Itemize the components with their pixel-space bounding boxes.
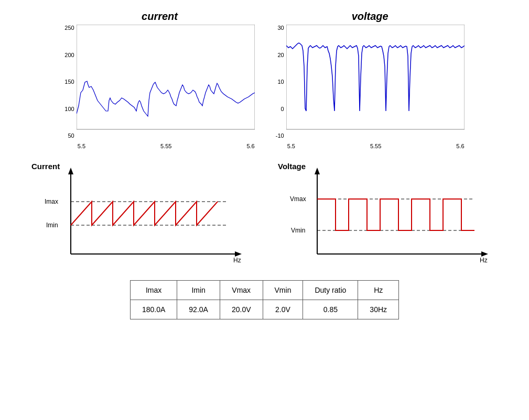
table-data-row: 180.0A 92.0A 20.0V 2.0V 0.85 30Hz (130, 300, 398, 319)
svg-marker-16 (481, 251, 488, 257)
current-svg (77, 25, 255, 140)
voltage-chart-wrapper: 30 20 10 0 -10 5.5 5.55 5.6 (276, 25, 465, 149)
voltage-chart-title: voltage (352, 10, 388, 23)
voltage-diagram-svg: Voltage Hz Vmax Vmin (275, 160, 501, 270)
value-duty-ratio: 0.85 (303, 300, 358, 319)
voltage-x-labels: 5.5 5.55 5.6 (286, 143, 465, 149)
current-chart-title: current (142, 10, 178, 23)
header-imin: Imin (177, 281, 220, 300)
svg-text:Vmax: Vmax (290, 195, 306, 203)
svg-marker-4 (68, 168, 73, 174)
value-imax: 180.0A (130, 300, 177, 319)
diagrams-row: Current Hz Imax Imin (16, 160, 513, 270)
svg-text:Current: Current (31, 162, 60, 171)
header-hz: Hz (358, 281, 399, 300)
voltage-diagram: Voltage Hz Vmax Vmin (275, 160, 501, 270)
voltage-chart-area: 5.5 5.55 5.6 (286, 25, 465, 149)
current-diagram: Current Hz Imax Imin (29, 160, 254, 270)
svg-text:Imin: Imin (46, 222, 58, 229)
svg-marker-14 (315, 168, 320, 174)
svg-marker-6 (235, 251, 242, 257)
current-chart-area: 5.5 5.55 5.6 (77, 25, 255, 149)
header-vmin: Vmin (263, 281, 303, 300)
header-vmax: Vmax (220, 281, 263, 300)
main-container: current 250 200 150 100 50 (0, 0, 529, 420)
current-diagram-svg: Current Hz Imax Imin (29, 160, 254, 270)
current-chart-container: current 250 200 150 100 50 (64, 10, 254, 149)
svg-text:Hz: Hz (233, 257, 241, 264)
svg-text:Vmin: Vmin (291, 227, 305, 234)
svg-text:Hz: Hz (480, 257, 488, 264)
svg-text:Imax: Imax (45, 198, 58, 205)
value-vmin: 2.0V (263, 300, 303, 319)
data-table: Imax Imin Vmax Vmin Duty ratio Hz 180.0A… (130, 280, 399, 319)
header-duty-ratio: Duty ratio (303, 281, 358, 300)
voltage-chart-container: voltage 30 20 10 0 -10 5.5 (276, 10, 465, 149)
data-table-container: Imax Imin Vmax Vmin Duty ratio Hz 180.0A… (130, 275, 399, 319)
svg-rect-1 (286, 25, 465, 129)
current-y-labels: 250 200 150 100 50 (64, 25, 76, 149)
value-hz: 30Hz (358, 300, 399, 319)
charts-row: current 250 200 150 100 50 (16, 10, 513, 149)
value-imin: 92.0A (177, 300, 220, 319)
current-x-labels: 5.5 5.55 5.6 (77, 143, 255, 149)
voltage-y-labels: 30 20 10 0 -10 (276, 25, 286, 149)
svg-text:Voltage: Voltage (278, 162, 306, 171)
value-vmax: 20.0V (220, 300, 263, 319)
current-chart-wrapper: 250 200 150 100 50 5.5 5.55 (64, 25, 254, 149)
svg-rect-0 (77, 25, 255, 129)
voltage-svg (286, 25, 465, 140)
table-header-row: Imax Imin Vmax Vmin Duty ratio Hz (130, 281, 398, 300)
header-imax: Imax (130, 281, 177, 300)
